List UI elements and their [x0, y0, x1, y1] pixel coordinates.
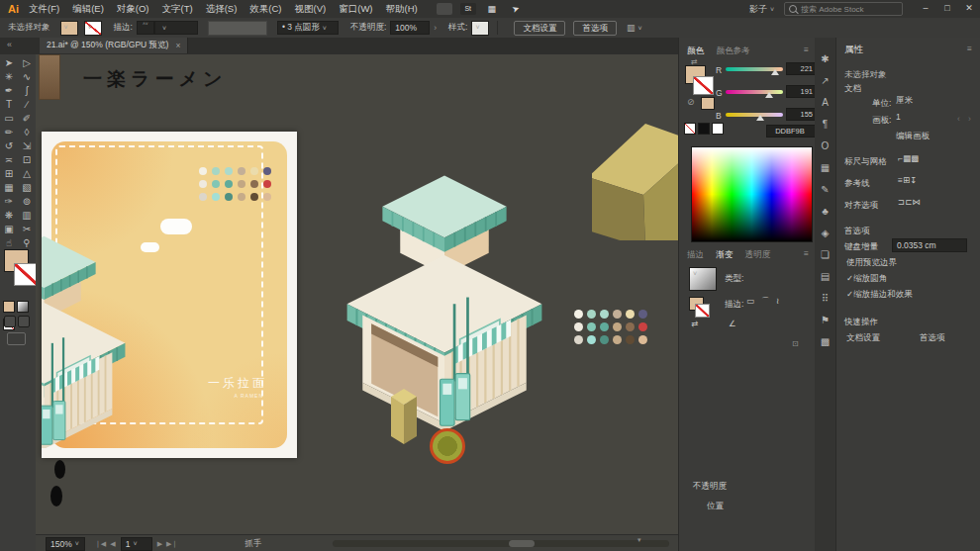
- asset-export-icon[interactable]: ↗: [818, 73, 833, 89]
- artboards-icon[interactable]: ▤: [818, 269, 833, 285]
- make-guides-icon[interactable]: ↧: [910, 175, 917, 185]
- g-value[interactable]: 191: [786, 85, 816, 98]
- b-slider-thumb[interactable]: [756, 115, 764, 121]
- app-home-icon[interactable]: [437, 3, 452, 15]
- next-artboard-icon[interactable]: ▶: [157, 540, 162, 548]
- line-tool-icon[interactable]: ∕: [18, 98, 36, 112]
- rotate-tool-icon[interactable]: ↺: [0, 139, 18, 153]
- width-profile-dropdown[interactable]: [208, 21, 267, 36]
- last-artboard-icon[interactable]: ▶❘: [166, 540, 177, 548]
- document-tab[interactable]: 21.ai* @ 150% (RGB/GPU 预览) ×: [40, 38, 188, 53]
- artboard-tool-icon[interactable]: ▣: [0, 223, 18, 236]
- white-swatch[interactable]: [712, 123, 724, 135]
- menu-type[interactable]: 文字(T): [162, 3, 193, 16]
- symbol-sprayer-tool-icon[interactable]: ❋: [0, 209, 18, 223]
- direct-selection-tool-icon[interactable]: ▷: [18, 56, 36, 70]
- paragraph-icon[interactable]: ¶: [818, 117, 833, 133]
- slice-tool-icon[interactable]: ✂: [18, 223, 36, 236]
- free-transform-tool-icon[interactable]: ⊡: [18, 153, 36, 167]
- prev-artboard-icon[interactable]: ◀: [110, 540, 115, 548]
- menu-effect[interactable]: 效果(C): [249, 3, 281, 16]
- artboard-dropdown[interactable]: 1: [896, 112, 949, 122]
- tab-close-icon[interactable]: ×: [175, 41, 180, 50]
- color-spectrum[interactable]: [691, 146, 813, 242]
- fill-color-swatch[interactable]: [60, 21, 78, 36]
- gradient-along-stroke[interactable]: ⌒: [761, 296, 776, 309]
- type-tool-icon[interactable]: T: [0, 98, 18, 112]
- width-tool-icon[interactable]: ≍: [0, 153, 18, 167]
- menu-help[interactable]: 帮助(H): [386, 3, 418, 16]
- maximize-button[interactable]: □: [936, 0, 958, 18]
- artboard-nav-dropdown[interactable]: 1: [121, 537, 152, 551]
- paintbrush-tool-icon[interactable]: ✐: [18, 112, 36, 126]
- gradient-across-stroke[interactable]: ≀: [776, 296, 791, 309]
- pen-tool-icon[interactable]: ✒: [0, 84, 18, 98]
- scale-tool-icon[interactable]: ⇲: [18, 139, 36, 153]
- layout-switcher-icon[interactable]: ▦: [484, 3, 500, 15]
- opacity-input[interactable]: 100%: [390, 21, 430, 35]
- color-stroke-proxy[interactable]: [693, 76, 714, 95]
- gradient-tool-icon[interactable]: ▧: [18, 181, 36, 195]
- tab-stroke[interactable]: 描边: [687, 249, 704, 259]
- lasso-tool-icon[interactable]: ∿: [18, 70, 36, 84]
- blend-tool-icon[interactable]: ⊚: [18, 195, 36, 209]
- menu-select[interactable]: 选择(S): [206, 3, 238, 16]
- properties-menu-icon[interactable]: ≡: [967, 44, 972, 53]
- gradient-thumbnail[interactable]: [689, 267, 717, 291]
- tab-transparency[interactable]: 透明度: [745, 249, 771, 259]
- tab-color[interactable]: 颜色: [687, 46, 704, 55]
- brush-definition-dropdown[interactable]: • 3 点圆形: [277, 21, 339, 35]
- artboard-next-icon[interactable]: ›: [968, 114, 971, 124]
- black-swatch[interactable]: [698, 123, 710, 135]
- menu-window[interactable]: 窗口(W): [339, 3, 372, 16]
- document-setup-button[interactable]: 文档设置: [514, 21, 565, 36]
- menu-edit[interactable]: 编辑(E): [72, 3, 104, 16]
- selection-tool-icon[interactable]: ➤: [0, 56, 18, 70]
- align-icon[interactable]: ⚑: [818, 313, 833, 328]
- layers-icon[interactable]: ◈: [818, 226, 833, 241]
- gradient-annotator-icon[interactable]: ⊡: [792, 339, 799, 348]
- stroke-weight-stepper[interactable]: ˄˅: [137, 21, 154, 35]
- magic-wand-tool-icon[interactable]: ✳: [0, 70, 18, 84]
- swatches-icon[interactable]: ▦: [818, 160, 833, 176]
- last-color-swatch[interactable]: [701, 97, 715, 110]
- workspace-switcher[interactable]: 影子: [749, 3, 774, 16]
- opacity-chevron-icon[interactable]: ›: [434, 23, 437, 33]
- curvature-tool-icon[interactable]: ʃ: [18, 84, 36, 98]
- units-dropdown[interactable]: 厘米: [896, 95, 963, 107]
- adobe-stock-icon[interactable]: St: [460, 3, 476, 15]
- stock-search-input[interactable]: 搜索 Adobe Stock: [784, 2, 903, 16]
- rectangle-tool-icon[interactable]: ▭: [0, 112, 18, 126]
- edit-artboards-button[interactable]: 编辑画板: [896, 129, 971, 142]
- shape-builder-tool-icon[interactable]: ⊞: [0, 167, 18, 181]
- color-panel-menu-icon[interactable]: ≡: [804, 45, 809, 54]
- arrange-documents-icon[interactable]: ▥: [627, 23, 642, 33]
- hex-value-input[interactable]: DDBF9B: [766, 125, 816, 138]
- stroke-weight-dropdown[interactable]: [154, 21, 198, 35]
- status-caret-icon[interactable]: ▾: [637, 536, 641, 544]
- r-slider-thumb[interactable]: [771, 69, 779, 75]
- color-mode-button[interactable]: [3, 301, 15, 313]
- menu-file[interactable]: 文件(F): [29, 3, 59, 16]
- draw-normal-button[interactable]: [4, 316, 16, 327]
- first-artboard-icon[interactable]: ❘◀: [95, 540, 106, 548]
- tab-gradient[interactable]: 渐变: [716, 249, 733, 259]
- gradient-stroke-proxy[interactable]: [695, 304, 710, 318]
- b-slider[interactable]: [726, 113, 783, 117]
- canvas-area[interactable]: 一楽ラーメン 一乐拉面 A RAMEN: [36, 54, 678, 534]
- g-slider[interactable]: [726, 90, 783, 94]
- gradient-within-stroke[interactable]: ▭: [746, 296, 761, 309]
- export-icon[interactable]: ❏: [818, 247, 833, 263]
- mesh-tool-icon[interactable]: ▦: [0, 181, 18, 195]
- eyedropper-tool-icon[interactable]: ✑: [0, 195, 18, 209]
- g-slider-thumb[interactable]: [765, 92, 773, 98]
- none-swatch-icon[interactable]: ⊘: [687, 97, 695, 107]
- stroke-color-swatch[interactable]: [84, 21, 102, 36]
- artboard-prev-icon[interactable]: ‹: [957, 114, 960, 124]
- pencil-tool-icon[interactable]: ✏: [0, 126, 18, 139]
- transform-icon[interactable]: ▩: [818, 334, 833, 350]
- show-grid-icon[interactable]: ▦: [903, 153, 911, 163]
- horizontal-scrollbar[interactable]: [333, 540, 669, 547]
- perspective-grid-tool-icon[interactable]: △: [18, 167, 36, 181]
- pattern-icon[interactable]: ⠿: [818, 291, 833, 307]
